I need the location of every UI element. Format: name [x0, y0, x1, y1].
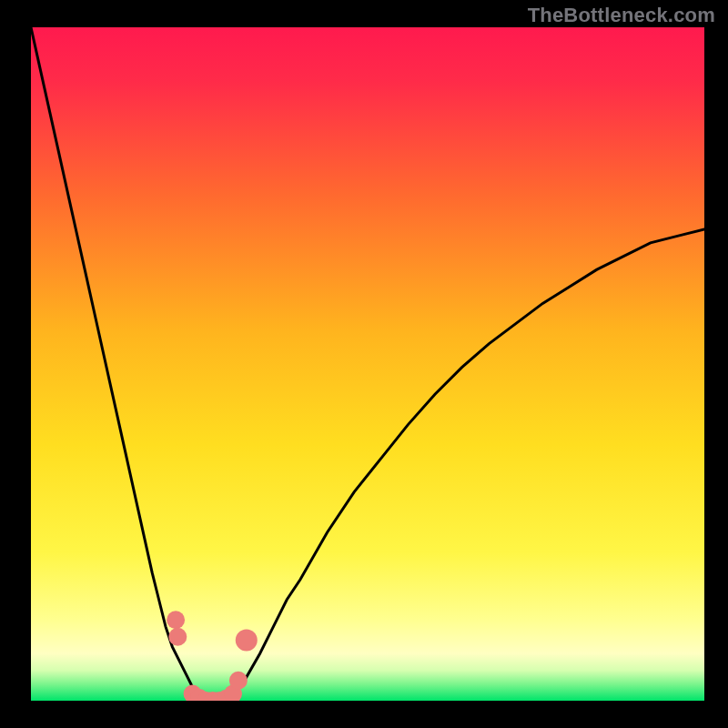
frame-left — [0, 0, 31, 728]
data-marker — [229, 672, 248, 690]
watermark-label: TheBottleneck.com — [528, 4, 715, 27]
chart-svg — [31, 27, 704, 701]
data-marker — [236, 629, 258, 651]
frame-bottom — [0, 701, 728, 728]
bottleneck-chart — [31, 27, 704, 701]
data-marker — [167, 611, 185, 629]
heatmap-background — [31, 27, 704, 701]
frame-right — [704, 0, 728, 728]
data-marker — [168, 628, 187, 646]
